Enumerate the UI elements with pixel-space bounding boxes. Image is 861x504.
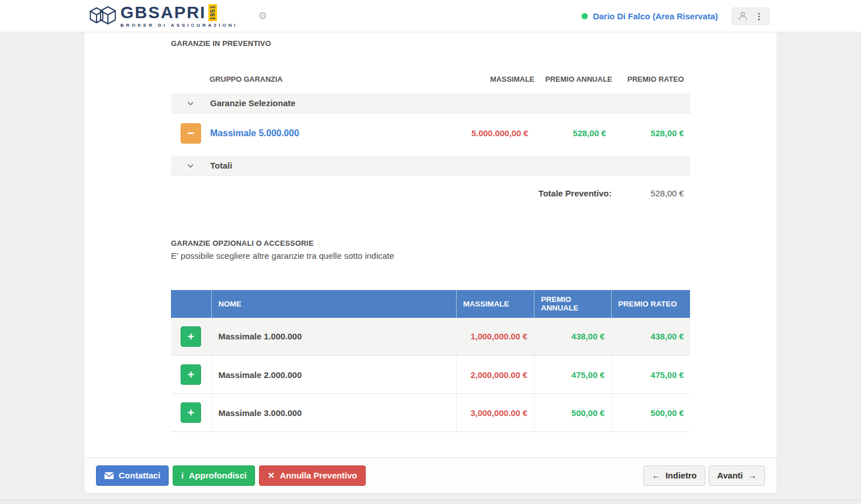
group-row-garanzie-selezionate: Garanzie Selezionate <box>171 92 690 113</box>
indietro-label: Indietro <box>666 471 697 481</box>
quote-table-header-row: GRUPPO GARANZIA MASSIMALE PREMIO ANNUALE… <box>171 70 690 92</box>
column-nome: NOME <box>211 290 456 318</box>
garanzia-link[interactable]: Massimale 5.000.000 <box>210 128 299 138</box>
plus-icon: + <box>187 407 194 418</box>
arrow-left-icon: ← <box>652 471 661 481</box>
add-garanzia-button[interactable]: + <box>181 402 201 423</box>
column-add <box>171 290 211 318</box>
brand-text-block: GBSAPRI 1951 BROKER DI ASSICURAZIONI <box>120 4 238 28</box>
approfondisci-label: Approfondisci <box>189 471 247 481</box>
approfondisci-button[interactable]: i Approfondisci <box>173 465 255 486</box>
chevron-down-icon <box>187 164 194 168</box>
massimale-value: 2,000,000.00 € <box>456 356 534 394</box>
total-label: Totale Preventivo: <box>534 175 612 204</box>
optional-section-head: GARANZIE OPZIONALI O ACCESSORIE E' possi… <box>171 239 690 261</box>
brand-tagline: BROKER DI ASSICURAZIONI <box>120 23 238 28</box>
optional-section-title: GARANZIE OPZIONALI O ACCESSORIE <box>171 239 690 247</box>
remove-garanzia-button[interactable]: − <box>181 123 201 144</box>
online-status-dot <box>582 13 588 19</box>
table-row: + Massimale 2.000.000 2,000,000.00 € 475… <box>171 356 690 394</box>
premio-rateo-value: 438,00 € <box>611 318 690 356</box>
table-row: + Massimale 1.000.000 1,000,000.00 € 438… <box>171 318 690 356</box>
page-bottom-strip <box>0 499 861 504</box>
column-massimale: MASSIMALE <box>456 290 534 318</box>
footer-action-bar: Contattaci i Approfondisci ✕ Annulla Pre… <box>85 457 776 493</box>
x-icon: ✕ <box>268 471 275 481</box>
collapse-toggle[interactable] <box>171 92 210 113</box>
premio-annuale-value: 500,00 € <box>534 394 611 432</box>
card-content: GARANZIE IN PREVENTIVO GRUPPO GARANZIA M… <box>85 32 776 457</box>
plus-icon: + <box>187 331 194 342</box>
brand-logo[interactable]: GBSAPRI 1951 BROKER DI ASSICURAZIONI <box>89 4 238 28</box>
column-spacer <box>438 70 461 92</box>
brand-name: GBSAPRI <box>120 4 206 21</box>
group-row-totali: Totali <box>171 154 690 175</box>
cube-logo-icon <box>89 5 116 27</box>
annulla-label: Annulla Preventivo <box>280 471 357 481</box>
plus-icon: + <box>187 369 194 380</box>
top-header-inner: GBSAPRI 1951 BROKER DI ASSICURAZIONI ⚙ D… <box>85 0 776 32</box>
contattaci-label: Contattaci <box>119 471 160 481</box>
main-card: GARANZIE IN PREVENTIVO GRUPPO GARANZIA M… <box>85 32 776 493</box>
column-massimale: MASSIMALE <box>461 70 534 92</box>
optional-table-header-row: NOME MASSIMALE PREMIO ANNUALE PREMIO RAT… <box>171 290 690 318</box>
nav-buttons-group: ← Indietro Avanti → <box>643 465 765 486</box>
group-label: Garanzie Selezionate <box>210 92 690 113</box>
top-header: GBSAPRI 1951 BROKER DI ASSICURAZIONI ⚙ D… <box>0 0 861 32</box>
user-menu-group: ⋮ <box>732 7 770 25</box>
table-row: − Massimale 5.000.000 5.000.000,00 € 528… <box>171 113 690 154</box>
garanzia-name: Massimale 3.000.000 <box>211 394 456 432</box>
kebab-menu-icon[interactable]: ⋮ <box>755 12 763 20</box>
premio-annuale-value: 475,00 € <box>534 356 611 394</box>
gear-icon[interactable]: ⚙ <box>258 10 268 22</box>
column-gruppo-garanzia: GRUPPO GARANZIA <box>171 70 438 92</box>
arrow-right-icon: → <box>748 471 756 481</box>
premio-rateo-value: 475,00 € <box>611 356 690 394</box>
add-garanzia-button[interactable]: + <box>181 364 201 385</box>
avanti-button[interactable]: Avanti → <box>709 465 765 486</box>
optional-garanzie-table: NOME MASSIMALE PREMIO ANNUALE PREMIO RAT… <box>171 290 690 432</box>
info-icon: i <box>181 471 183 481</box>
indietro-button[interactable]: ← Indietro <box>643 465 705 486</box>
minus-icon: − <box>187 127 195 140</box>
column-premio-annuale: PREMIO ANNUALE <box>534 70 612 92</box>
column-premio-rateo: PREMIO RATEO <box>612 70 690 92</box>
column-premio-annuale: PREMIO ANNUALE <box>534 290 611 318</box>
garanzia-name: Massimale 2.000.000 <box>211 356 456 394</box>
annulla-preventivo-button[interactable]: ✕ Annulla Preventivo <box>259 465 365 486</box>
premio-annuale-value: 528,00 € <box>534 113 612 154</box>
total-value: 528,00 € <box>612 175 690 204</box>
avanti-label: Avanti <box>717 471 743 481</box>
massimale-value: 5.000.000,00 € <box>461 113 534 154</box>
user-account-link[interactable]: Dario Di Falco (Area Riservata) <box>593 11 718 21</box>
optional-section-subtitle: E' possibile scegliere altre garanzie tr… <box>171 251 690 261</box>
chevron-down-icon <box>187 102 194 106</box>
user-icon[interactable] <box>738 11 748 21</box>
envelope-icon <box>105 472 114 479</box>
premio-rateo-value: 500,00 € <box>611 394 690 432</box>
premio-rateo-value: 528,00 € <box>612 113 690 154</box>
brand-year-badge: 1951 <box>208 4 217 21</box>
collapse-toggle[interactable] <box>171 154 210 175</box>
contattaci-button[interactable]: Contattaci <box>96 465 169 486</box>
garanzia-name: Massimale 1.000.000 <box>211 318 456 356</box>
quote-section-title: GARANZIE IN PREVENTIVO <box>171 39 690 48</box>
user-area: Dario Di Falco (Area Riservata) ⋮ <box>582 7 770 25</box>
add-garanzia-button[interactable]: + <box>181 326 201 347</box>
massimale-value: 3,000,000.00 € <box>456 394 534 432</box>
total-row: Totale Preventivo: 528,00 € <box>171 175 690 204</box>
table-row: + Massimale 3.000.000 3,000,000.00 € 500… <box>171 394 690 432</box>
quote-table: GRUPPO GARANZIA MASSIMALE PREMIO ANNUALE… <box>171 70 690 204</box>
premio-annuale-value: 438,00 € <box>534 318 611 356</box>
group-label: Totali <box>210 154 690 175</box>
massimale-value: 1,000,000.00 € <box>456 318 534 356</box>
column-premio-rateo: PREMIO RATEO <box>611 290 690 318</box>
